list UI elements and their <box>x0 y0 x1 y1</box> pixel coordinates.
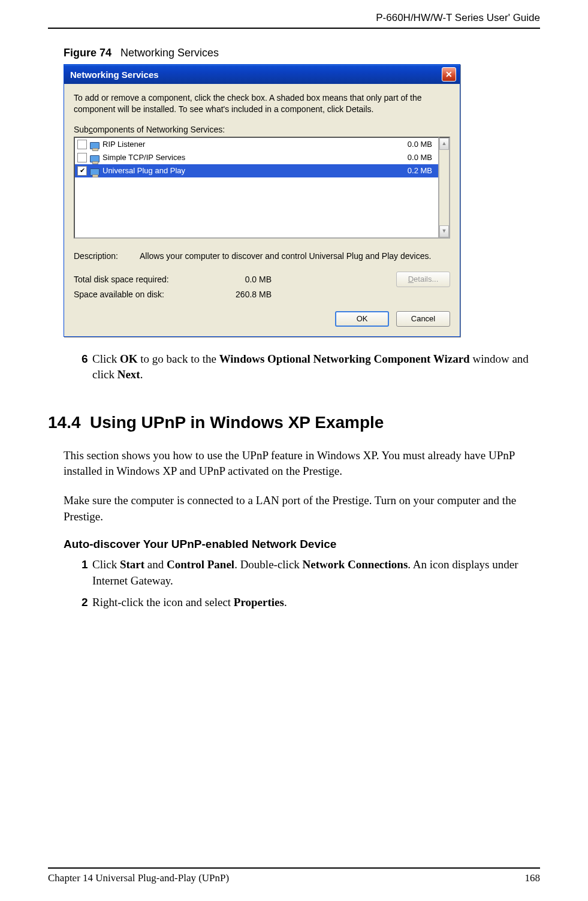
step-text: Click Start and Control Panel. Double-cl… <box>92 557 540 589</box>
checkbox[interactable] <box>77 166 87 176</box>
footer-chapter: Chapter 14 Universal Plug-and-Play (UPnP… <box>48 872 229 884</box>
checkbox[interactable] <box>77 140 87 149</box>
dialog-titlebar[interactable]: Networking Services ✕ <box>64 65 460 84</box>
avail-disk-value: 260.8 MB <box>212 290 290 299</box>
list-item[interactable]: RIP Listener 0.0 MB <box>75 138 438 151</box>
cancel-button[interactable]: Cancel <box>396 311 450 327</box>
section-title: Using UPnP in Windows XP Example <box>90 413 384 432</box>
scroll-up-icon[interactable]: ▲ <box>439 138 449 150</box>
scrollbar[interactable]: ▲ ▼ <box>439 137 450 239</box>
figure-label: Figure 74 <box>64 47 111 59</box>
list-item-size: 0.2 MB <box>408 166 435 175</box>
step-1: 1 Click Start and Control Panel. Double-… <box>82 557 540 589</box>
list-item-label: Universal Plug and Play <box>102 166 408 175</box>
total-disk-label: Total disk space required: <box>74 275 212 284</box>
dialog-title: Networking Services <box>70 70 159 80</box>
list-item[interactable]: Universal Plug and Play 0.2 MB <box>75 164 438 177</box>
checkbox[interactable] <box>77 153 87 162</box>
step-6: 6 Click OK to go back to the Windows Opt… <box>82 351 540 383</box>
list-item-label: RIP Listener <box>102 140 408 149</box>
description-label: Description: <box>74 251 128 262</box>
details-button: Details... <box>396 272 450 287</box>
figure-caption: Figure 74 Networking Services <box>64 47 540 59</box>
list-item-size: 0.0 MB <box>408 153 435 162</box>
section-para-2: Make sure the computer is connected to a… <box>64 493 540 525</box>
list-item-label: Simple TCP/IP Services <box>102 153 408 162</box>
description-text: Allows your computer to discover and con… <box>140 251 431 262</box>
dialog-intro-text: To add or remove a component, click the … <box>74 92 450 115</box>
step-number: 6 <box>82 351 92 383</box>
doc-header: P-660H/HW/W-T Series User' Guide <box>48 12 540 28</box>
figure-title: Networking Services <box>120 47 219 59</box>
computer-icon <box>89 153 100 162</box>
header-rule <box>48 28 540 29</box>
footer-page-number: 168 <box>525 872 541 884</box>
list-item[interactable]: Simple TCP/IP Services 0.0 MB <box>75 151 438 164</box>
networking-services-dialog: Networking Services ✕ To add or remove a… <box>64 64 460 337</box>
step-2: 2 Right-click the icon and select Proper… <box>82 595 540 611</box>
section-heading: 14.4 Using UPnP in Windows XP Example <box>48 413 540 432</box>
list-item-size: 0.0 MB <box>408 140 435 149</box>
section-para-1: This section shows you how to use the UP… <box>64 448 540 480</box>
step-text: Right-click the icon and select Properti… <box>92 595 540 611</box>
avail-disk-label: Space available on disk: <box>74 290 212 299</box>
computer-icon <box>89 140 100 149</box>
section-number: 14.4 <box>48 413 81 432</box>
sub-heading: Auto-discover Your UPnP-enabled Network … <box>64 538 540 551</box>
subcomponents-listbox[interactable]: RIP Listener 0.0 MB Simple TCP/IP Servic… <box>74 137 439 239</box>
computer-icon <box>89 166 100 176</box>
scroll-down-icon[interactable]: ▼ <box>439 225 449 237</box>
total-disk-value: 0.0 MB <box>212 275 290 284</box>
subcomponents-label: Subcomponents of Networking Services: <box>74 125 450 134</box>
ok-button[interactable]: OK <box>335 311 389 327</box>
step-number: 2 <box>82 595 92 611</box>
step-number: 1 <box>82 557 92 589</box>
step-text: Click OK to go back to the Windows Optio… <box>92 351 540 383</box>
close-icon[interactable]: ✕ <box>442 67 456 82</box>
